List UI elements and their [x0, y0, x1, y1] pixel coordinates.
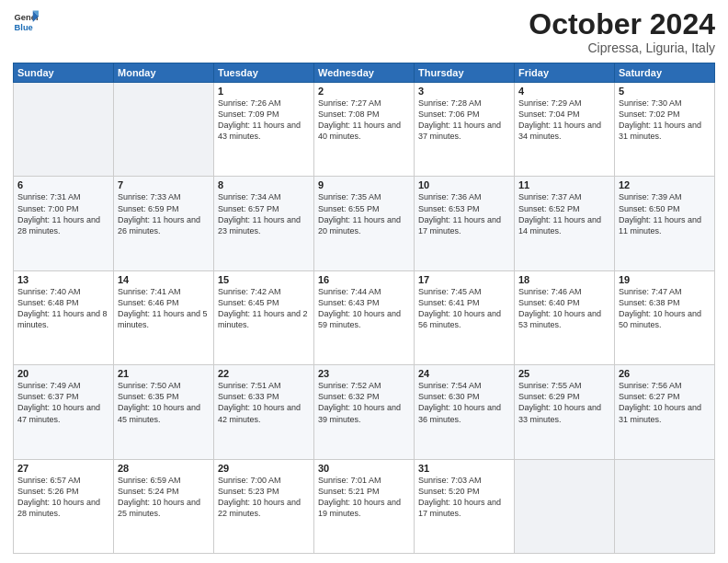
- table-row: 5Sunrise: 7:30 AM Sunset: 7:02 PM Daylig…: [615, 83, 715, 177]
- cell-content: Sunrise: 7:55 AM Sunset: 6:29 PM Dayligh…: [518, 380, 610, 425]
- day-number: 23: [318, 368, 410, 379]
- day-number: 7: [118, 179, 210, 190]
- day-number: 14: [118, 274, 210, 285]
- table-row: 18Sunrise: 7:46 AM Sunset: 6:40 PM Dayli…: [515, 270, 615, 364]
- logo-icon: General Blue: [13, 9, 39, 35]
- cell-content: Sunrise: 7:56 AM Sunset: 6:27 PM Dayligh…: [619, 380, 711, 425]
- table-row: 23Sunrise: 7:52 AM Sunset: 6:32 PM Dayli…: [314, 365, 415, 459]
- cell-content: Sunrise: 6:59 AM Sunset: 5:24 PM Dayligh…: [118, 475, 210, 520]
- day-number: 27: [17, 463, 109, 474]
- day-number: 25: [518, 368, 610, 379]
- day-number: 12: [619, 179, 711, 190]
- cell-content: Sunrise: 7:52 AM Sunset: 6:32 PM Dayligh…: [318, 380, 410, 425]
- col-thursday: Thursday: [415, 63, 515, 83]
- day-number: 6: [17, 179, 109, 190]
- cell-content: Sunrise: 7:50 AM Sunset: 6:35 PM Dayligh…: [118, 380, 210, 425]
- day-number: 1: [218, 86, 310, 97]
- day-number: 9: [318, 179, 410, 190]
- cell-content: Sunrise: 7:28 AM Sunset: 7:06 PM Dayligh…: [418, 98, 510, 143]
- table-row: 22Sunrise: 7:51 AM Sunset: 6:33 PM Dayli…: [214, 365, 314, 459]
- cell-content: Sunrise: 7:35 AM Sunset: 6:55 PM Dayligh…: [318, 191, 410, 236]
- day-number: 16: [318, 274, 410, 285]
- cell-content: Sunrise: 7:42 AM Sunset: 6:45 PM Dayligh…: [218, 286, 310, 331]
- table-row: 27Sunrise: 6:57 AM Sunset: 5:26 PM Dayli…: [14, 459, 114, 553]
- table-row: 10Sunrise: 7:36 AM Sunset: 6:53 PM Dayli…: [415, 177, 515, 270]
- month-title: October 2024: [529, 9, 715, 39]
- cell-content: Sunrise: 7:03 AM Sunset: 5:20 PM Dayligh…: [418, 475, 510, 520]
- day-number: 24: [418, 368, 510, 379]
- subtitle: Cipressa, Liguria, Italy: [529, 40, 715, 55]
- cell-content: Sunrise: 7:49 AM Sunset: 6:37 PM Dayligh…: [17, 380, 109, 425]
- table-row: 25Sunrise: 7:55 AM Sunset: 6:29 PM Dayli…: [515, 365, 615, 459]
- cell-content: Sunrise: 7:46 AM Sunset: 6:40 PM Dayligh…: [518, 286, 610, 331]
- table-row: 20Sunrise: 7:49 AM Sunset: 6:37 PM Dayli…: [14, 365, 114, 459]
- cell-content: Sunrise: 7:51 AM Sunset: 6:33 PM Dayligh…: [218, 380, 310, 425]
- day-number: 30: [318, 463, 410, 474]
- day-number: 15: [218, 274, 310, 285]
- cell-content: Sunrise: 7:44 AM Sunset: 6:43 PM Dayligh…: [318, 286, 410, 331]
- svg-text:Blue: Blue: [15, 23, 33, 32]
- cell-content: Sunrise: 7:40 AM Sunset: 6:48 PM Dayligh…: [17, 286, 109, 331]
- col-wednesday: Wednesday: [314, 63, 415, 83]
- calendar: Sunday Monday Tuesday Wednesday Thursday…: [13, 63, 715, 554]
- cell-content: Sunrise: 7:01 AM Sunset: 5:21 PM Dayligh…: [318, 475, 410, 520]
- table-row: 14Sunrise: 7:41 AM Sunset: 6:46 PM Dayli…: [114, 270, 214, 364]
- day-number: 20: [17, 368, 109, 379]
- table-row: 12Sunrise: 7:39 AM Sunset: 6:50 PM Dayli…: [615, 177, 715, 270]
- table-row: 2Sunrise: 7:27 AM Sunset: 7:08 PM Daylig…: [314, 83, 415, 177]
- cell-content: Sunrise: 6:57 AM Sunset: 5:26 PM Dayligh…: [17, 475, 109, 520]
- day-number: 22: [218, 368, 310, 379]
- cell-content: Sunrise: 7:26 AM Sunset: 7:09 PM Dayligh…: [218, 98, 310, 143]
- day-number: 28: [118, 463, 210, 474]
- table-row: 31Sunrise: 7:03 AM Sunset: 5:20 PM Dayli…: [415, 459, 515, 553]
- table-row: 24Sunrise: 7:54 AM Sunset: 6:30 PM Dayli…: [415, 365, 515, 459]
- cell-content: Sunrise: 7:00 AM Sunset: 5:23 PM Dayligh…: [218, 475, 310, 520]
- table-row: 11Sunrise: 7:37 AM Sunset: 6:52 PM Dayli…: [515, 177, 615, 270]
- col-sunday: Sunday: [14, 63, 114, 83]
- header-row: Sunday Monday Tuesday Wednesday Thursday…: [14, 63, 715, 83]
- cell-content: Sunrise: 7:27 AM Sunset: 7:08 PM Dayligh…: [318, 98, 410, 143]
- table-row: 1Sunrise: 7:26 AM Sunset: 7:09 PM Daylig…: [214, 83, 314, 177]
- day-number: 21: [118, 368, 210, 379]
- day-number: 8: [218, 179, 310, 190]
- day-number: 13: [17, 274, 109, 285]
- cell-content: Sunrise: 7:36 AM Sunset: 6:53 PM Dayligh…: [418, 191, 510, 236]
- table-row: [515, 459, 615, 553]
- logo: General Blue: [13, 9, 39, 35]
- day-number: 2: [318, 86, 410, 97]
- table-row: 17Sunrise: 7:45 AM Sunset: 6:41 PM Dayli…: [415, 270, 515, 364]
- day-number: 26: [619, 368, 711, 379]
- table-row: 6Sunrise: 7:31 AM Sunset: 7:00 PM Daylig…: [14, 177, 114, 270]
- table-row: 21Sunrise: 7:50 AM Sunset: 6:35 PM Dayli…: [114, 365, 214, 459]
- day-number: 5: [619, 86, 711, 97]
- col-monday: Monday: [114, 63, 214, 83]
- day-number: 29: [218, 463, 310, 474]
- table-row: 26Sunrise: 7:56 AM Sunset: 6:27 PM Dayli…: [615, 365, 715, 459]
- cell-content: Sunrise: 7:37 AM Sunset: 6:52 PM Dayligh…: [518, 191, 610, 236]
- day-number: 17: [418, 274, 510, 285]
- cell-content: Sunrise: 7:41 AM Sunset: 6:46 PM Dayligh…: [118, 286, 210, 331]
- col-friday: Friday: [515, 63, 615, 83]
- cell-content: Sunrise: 7:29 AM Sunset: 7:04 PM Dayligh…: [518, 98, 610, 143]
- cell-content: Sunrise: 7:30 AM Sunset: 7:02 PM Dayligh…: [619, 98, 711, 143]
- table-row: 7Sunrise: 7:33 AM Sunset: 6:59 PM Daylig…: [114, 177, 214, 270]
- col-tuesday: Tuesday: [214, 63, 314, 83]
- table-row: 4Sunrise: 7:29 AM Sunset: 7:04 PM Daylig…: [515, 83, 615, 177]
- table-row: 8Sunrise: 7:34 AM Sunset: 6:57 PM Daylig…: [214, 177, 314, 270]
- table-row: 3Sunrise: 7:28 AM Sunset: 7:06 PM Daylig…: [415, 83, 515, 177]
- table-row: 19Sunrise: 7:47 AM Sunset: 6:38 PM Dayli…: [615, 270, 715, 364]
- cell-content: Sunrise: 7:33 AM Sunset: 6:59 PM Dayligh…: [118, 191, 210, 236]
- table-row: [615, 459, 715, 553]
- cell-content: Sunrise: 7:47 AM Sunset: 6:38 PM Dayligh…: [619, 286, 711, 331]
- table-row: 16Sunrise: 7:44 AM Sunset: 6:43 PM Dayli…: [314, 270, 415, 364]
- day-number: 19: [619, 274, 711, 285]
- day-number: 10: [418, 179, 510, 190]
- table-row: 15Sunrise: 7:42 AM Sunset: 6:45 PM Dayli…: [214, 270, 314, 364]
- day-number: 11: [518, 179, 610, 190]
- cell-content: Sunrise: 7:45 AM Sunset: 6:41 PM Dayligh…: [418, 286, 510, 331]
- table-row: [14, 83, 114, 177]
- day-number: 4: [518, 86, 610, 97]
- col-saturday: Saturday: [615, 63, 715, 83]
- cell-content: Sunrise: 7:39 AM Sunset: 6:50 PM Dayligh…: [619, 191, 711, 236]
- table-row: 29Sunrise: 7:00 AM Sunset: 5:23 PM Dayli…: [214, 459, 314, 553]
